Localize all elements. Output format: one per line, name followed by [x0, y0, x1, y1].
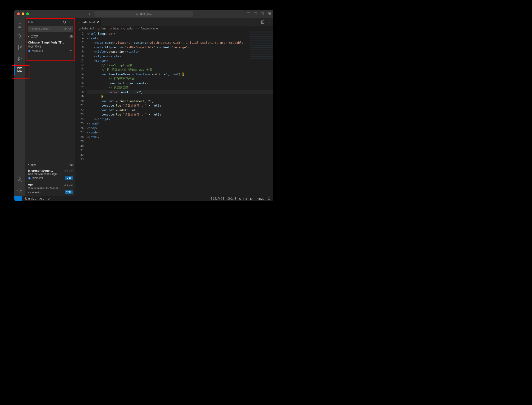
- split-editor-icon[interactable]: [261, 20, 265, 24]
- tag-icon: ◇: [123, 27, 125, 30]
- gear-icon[interactable]: [69, 49, 73, 53]
- sidebar-title: 扩展: [28, 20, 33, 24]
- svg-rect-16: [20, 68, 22, 69]
- ext-publisher: Microsoft: [32, 176, 43, 180]
- extension-item-recommended-0[interactable]: Microsoft Edge ... 3.2M Use the Microsof…: [25, 168, 75, 182]
- clear-filter-icon[interactable]: [64, 27, 67, 31]
- install-button[interactable]: 安装: [65, 190, 73, 194]
- ext-desc: Use the Microsoft Edge T...: [28, 172, 73, 176]
- activity-extensions[interactable]: [14, 64, 25, 75]
- search-icon: [136, 13, 139, 15]
- svg-rect-2: [254, 13, 257, 15]
- activity-source-control[interactable]: [14, 42, 25, 53]
- git-branch-icon: [17, 45, 23, 50]
- maximize-window-button[interactable]: [26, 13, 29, 15]
- status-bar: 0 0 0 行 19, 列 32 空格: 4 UTF-8 LF HTML: [14, 196, 273, 201]
- command-center-label: html_001: [140, 12, 151, 15]
- window-controls: [17, 13, 29, 15]
- activity-search[interactable]: [14, 31, 25, 42]
- ext-desc: 中文(简体): [28, 45, 73, 48]
- installed-count-badge: 1: [69, 35, 73, 38]
- layout-customize-icon[interactable]: [267, 12, 271, 16]
- refresh-icon[interactable]: [63, 20, 66, 24]
- symbol-icon: ▭: [137, 27, 139, 30]
- section-installed[interactable]: 已安装 1: [25, 34, 75, 39]
- account-icon: [17, 177, 23, 182]
- activity-accounts[interactable]: [14, 174, 25, 185]
- svg-rect-13: [18, 68, 19, 69]
- filter-icon[interactable]: [68, 27, 71, 31]
- close-window-button[interactable]: [17, 13, 20, 15]
- download-icon: [64, 183, 66, 186]
- code-editor[interactable]: 2478910111213141516171819202122232425262…: [75, 31, 273, 196]
- extension-search[interactable]: [28, 26, 73, 32]
- svg-rect-4: [268, 13, 269, 14]
- status-cursor[interactable]: 行 19, 列 32: [210, 197, 224, 201]
- svg-point-28: [40, 198, 41, 199]
- nav-back-icon[interactable]: [88, 12, 92, 16]
- ext-title: Chinese (Simplified) (简...: [28, 40, 73, 45]
- tab-hello-html[interactable]: ◇ hello.html ✕: [75, 18, 102, 26]
- minimize-window-button[interactable]: [22, 13, 24, 15]
- editor-area: ◇ hello.html ✕ ◇ hello.html › ◇ html › ◇…: [75, 18, 273, 196]
- more-icon[interactable]: [268, 20, 271, 24]
- layout-secondary-icon[interactable]: [261, 12, 264, 16]
- status-eol[interactable]: LF: [250, 197, 253, 200]
- status-ports[interactable]: 0: [39, 197, 44, 200]
- chevron-down-icon: [27, 163, 30, 166]
- error-icon: [24, 197, 27, 200]
- activity-explorer[interactable]: [14, 20, 25, 31]
- extension-item-installed-0[interactable]: Chinese (Simplified) (简... 中文(简体) Micros…: [25, 39, 75, 54]
- ext-title: Vim: [28, 183, 33, 187]
- svg-point-22: [71, 50, 72, 51]
- code-lines[interactable]: <html lang="en"><head> <meta name="viewp…: [87, 31, 273, 196]
- svg-point-21: [72, 22, 72, 22]
- status-encoding[interactable]: UTF-8: [239, 197, 247, 200]
- section-recommended-label: 推荐: [31, 163, 36, 167]
- minimap[interactable]: [250, 31, 273, 59]
- ext-publisher: Microsoft: [32, 49, 43, 53]
- ext-desc: Vim emulation for Visual S...: [28, 187, 73, 190]
- status-problems[interactable]: 0 0: [24, 197, 36, 200]
- html-file-icon: ◇: [78, 20, 80, 24]
- activity-bar: [14, 18, 25, 196]
- remote-icon: [17, 197, 20, 200]
- status-language[interactable]: HTML: [256, 197, 264, 200]
- bell-icon[interactable]: [267, 197, 271, 200]
- activity-settings[interactable]: [14, 185, 25, 196]
- tag-icon: ◇: [98, 27, 99, 30]
- status-debug[interactable]: [47, 197, 50, 200]
- close-icon[interactable]: ✕: [97, 20, 99, 24]
- warning-icon: [31, 197, 34, 200]
- install-button[interactable]: 安装: [65, 176, 73, 180]
- activity-debug[interactable]: [14, 53, 25, 64]
- svg-rect-3: [261, 13, 264, 15]
- title-bar: html_001: [14, 10, 273, 18]
- files-icon: [17, 23, 23, 28]
- sidebar-extensions: 扩展 已安装 1 Chinese (Simplified) (简...: [25, 18, 75, 196]
- svg-point-26: [271, 22, 271, 22]
- extension-search-input[interactable]: [29, 27, 63, 31]
- tag-icon: ◇: [110, 27, 112, 30]
- svg-point-20: [71, 22, 71, 22]
- extension-item-recommended-1[interactable]: Vim 6.1M Vim emulation for Visual S... v…: [25, 182, 75, 196]
- extensions-icon: [17, 67, 23, 72]
- breadcrumbs[interactable]: ◇ hello.html › ◇ html › ◇ head › ◇ scrip…: [75, 26, 273, 31]
- command-center[interactable]: html_001: [94, 11, 193, 17]
- debug-icon: [17, 56, 23, 61]
- section-recommended[interactable]: 推荐 3: [25, 162, 75, 168]
- svg-rect-7: [269, 14, 271, 15]
- svg-rect-5: [269, 13, 271, 14]
- layout-primary-icon[interactable]: [247, 12, 250, 16]
- status-spaces[interactable]: 空格: 4: [227, 197, 236, 201]
- svg-point-24: [268, 22, 269, 22]
- more-icon[interactable]: [69, 20, 73, 24]
- tab-label: hello.html: [82, 20, 95, 24]
- verified-icon: [28, 49, 31, 52]
- vscode-window: html_001: [14, 10, 273, 201]
- remote-button[interactable]: [14, 196, 22, 201]
- layout-panel-icon[interactable]: [254, 12, 257, 16]
- verified-icon: [28, 177, 31, 180]
- html-file-icon: ◇: [79, 27, 81, 30]
- editor-tabs: ◇ hello.html ✕: [75, 18, 273, 26]
